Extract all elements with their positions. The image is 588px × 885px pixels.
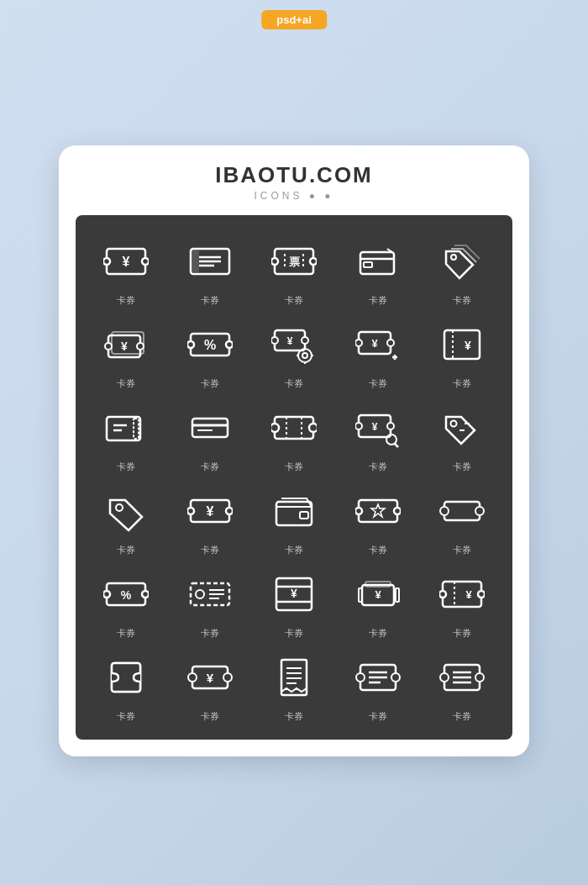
svg-rect-101	[443, 582, 481, 607]
svg-text:¥: ¥	[372, 421, 378, 433]
svg-text:¥: ¥	[291, 587, 297, 600]
svg-point-103	[478, 591, 485, 598]
icon-row-6: 卡券 ¥ 卡券	[84, 648, 504, 723]
icon-cell: ¥ 卡券	[425, 565, 499, 640]
svg-point-82	[475, 507, 484, 515]
icon-label: 卡券	[285, 377, 303, 390]
icon-cell: 卡券	[425, 232, 499, 307]
svg-point-21	[105, 343, 112, 350]
svg-point-56	[271, 424, 279, 432]
svg-point-40	[387, 340, 394, 346]
coupon-list-icon	[181, 232, 239, 291]
card-header: IBAOTU.COM ICONS ● ●	[76, 162, 512, 202]
svg-point-25	[187, 341, 194, 348]
card-container: IBAOTU.COM ICONS ● ● ¥ 卡券	[59, 145, 529, 756]
svg-point-72	[226, 508, 233, 514]
svg-point-66	[451, 421, 457, 427]
icon-label: 卡券	[369, 710, 387, 723]
icon-label: 卡券	[453, 710, 471, 723]
coupon-card-lines-icon	[181, 398, 239, 457]
svg-marker-79	[371, 504, 385, 517]
svg-point-32	[298, 349, 312, 362]
icon-label: 卡券	[117, 710, 135, 723]
icon-label: 卡券	[285, 627, 303, 640]
page-wrapper: psd+ai IBAOTU.COM ICONS ● ● ¥	[0, 0, 588, 885]
coupon-yen-book-icon: ¥	[433, 315, 491, 374]
svg-point-119	[391, 673, 400, 682]
icon-cell: ¥ 卡券	[257, 565, 331, 640]
icon-grid: ¥ 卡券 卡券	[76, 215, 512, 740]
svg-text:¥: ¥	[207, 504, 214, 519]
icon-cell: ¥ 卡券	[341, 565, 415, 640]
svg-point-33	[302, 353, 307, 358]
svg-point-10	[271, 258, 278, 265]
svg-point-118	[356, 673, 365, 682]
svg-point-88	[196, 590, 204, 598]
svg-point-110	[223, 673, 232, 682]
icon-cell: 票 卡券	[257, 232, 331, 307]
svg-point-61	[355, 423, 362, 429]
svg-text:¥: ¥	[371, 337, 378, 350]
svg-text:¥: ¥	[465, 339, 471, 352]
icon-cell: 卡券	[89, 648, 163, 723]
svg-point-62	[387, 423, 394, 429]
svg-rect-75	[300, 512, 308, 519]
icon-cell: 卡券	[257, 648, 331, 723]
svg-text:¥: ¥	[287, 335, 293, 347]
svg-text:¥: ¥	[375, 588, 381, 601]
icon-cell: 卡券	[173, 232, 247, 307]
svg-point-29	[271, 337, 278, 344]
icon-cell: 卡券	[89, 398, 163, 473]
icon-row-4: 卡券 ¥ 卡券	[84, 482, 504, 556]
svg-text:¥: ¥	[465, 588, 472, 601]
svg-text:票: 票	[289, 255, 301, 268]
coupon-rect-dash-icon	[97, 398, 155, 457]
coupon-yen-rect-icon: ¥	[181, 482, 239, 540]
icon-cell: 卡券	[257, 482, 331, 556]
icon-cell: 卡券	[89, 482, 163, 556]
icon-cell: ¥ 卡券	[341, 315, 415, 390]
icon-cell: ¥ 卡券	[173, 648, 247, 723]
coupon-lines-icon	[349, 648, 407, 707]
icon-cell: % 卡券	[173, 315, 247, 390]
coupon-simple-icon	[433, 482, 491, 540]
coupon-wallet-icon	[265, 482, 323, 540]
icon-cell: ¥ 卡券	[89, 232, 163, 307]
icon-cell: 卡券	[425, 648, 499, 723]
coupon-yen-icon: ¥	[97, 232, 155, 291]
coupon-percent-icon: %	[181, 315, 239, 374]
card-subtitle: ICONS ● ●	[76, 190, 512, 202]
svg-point-109	[188, 673, 197, 682]
icon-label: 卡券	[285, 710, 303, 723]
coupon-yen-settings-icon: ¥	[265, 315, 323, 374]
svg-rect-44	[444, 330, 480, 359]
svg-point-57	[309, 424, 317, 432]
svg-point-18	[451, 255, 456, 260]
icon-label: 卡券	[453, 544, 471, 556]
coupon-star-icon	[349, 482, 407, 540]
icon-cell: 卡券	[341, 482, 415, 556]
icon-cell: ¥ 卡券	[341, 398, 415, 473]
icon-label: 卡券	[117, 461, 135, 473]
svg-rect-98	[396, 588, 399, 602]
coupon-yen-ticket-icon: ¥	[433, 565, 491, 624]
icon-label: 卡券	[117, 294, 135, 307]
icon-label: 卡券	[285, 544, 303, 556]
coupon-lines2-icon	[433, 648, 491, 707]
icon-cell: 卡券	[425, 398, 499, 473]
coupon-tag-stack-icon	[433, 232, 491, 291]
svg-rect-8	[192, 250, 199, 272]
icon-label: 卡券	[117, 377, 135, 390]
svg-rect-55	[275, 417, 313, 439]
svg-point-84	[103, 591, 110, 598]
svg-point-26	[226, 341, 233, 348]
svg-point-64	[386, 435, 396, 445]
svg-text:¥: ¥	[123, 255, 130, 269]
icon-label: 卡券	[201, 627, 219, 640]
svg-point-2	[142, 258, 149, 265]
svg-text:%: %	[204, 338, 216, 352]
coupon-yen-square-icon: ¥	[265, 565, 323, 624]
coupon-tag-single-icon	[97, 482, 155, 540]
icon-label: 卡券	[369, 377, 387, 390]
svg-point-81	[440, 507, 449, 515]
